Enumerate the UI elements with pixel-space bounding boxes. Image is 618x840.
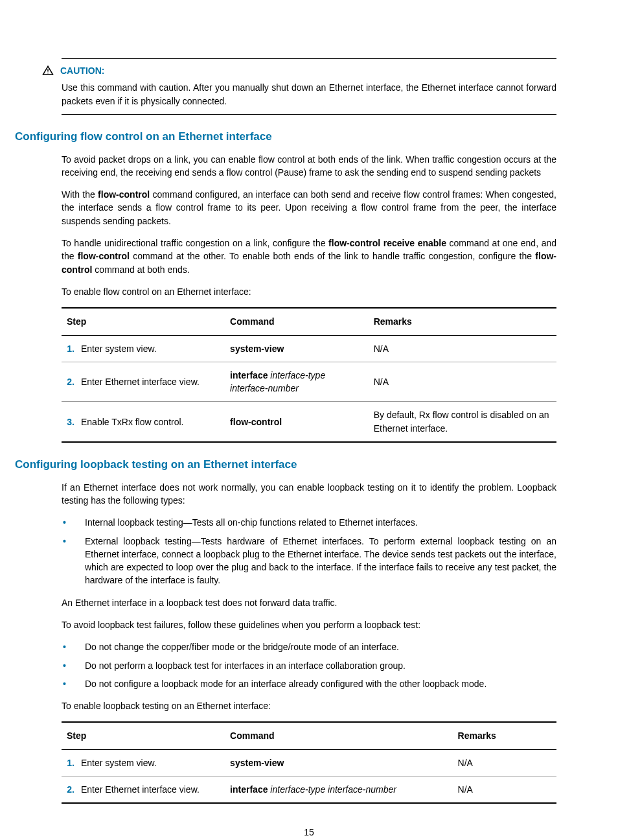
remarks-cell: By default, Rx flow control is disabled … — [369, 402, 556, 442]
table-row: 1.Enter system view. system-view N/A — [62, 749, 556, 776]
list-item: Do not change the copper/fiber mode or t… — [62, 640, 556, 653]
text-fragment: command at the other. To enable both end… — [130, 251, 535, 261]
col-remarks: Remarks — [369, 308, 556, 335]
step-cell: 1.Enter system view. — [62, 749, 225, 776]
table-row: 2.Enter Ethernet interface view. interfa… — [62, 362, 556, 402]
table-row: 2.Enter Ethernet interface view. interfa… — [62, 776, 556, 804]
guidelines-list: Do not change the copper/fiber mode or t… — [62, 640, 556, 690]
body-text: To avoid loopback test failures, follow … — [62, 618, 556, 631]
table-row: 3.Enable TxRx flow control. flow-control… — [62, 402, 556, 442]
table-row: 1.Enter system view. system-view N/A — [62, 335, 556, 362]
text-fragment: To handle unidirectional traffic congest… — [62, 238, 328, 248]
section-heading-flow-control: Configuring flow control on an Ethernet … — [15, 129, 556, 145]
text-fragment: With the — [62, 189, 98, 200]
table-header-row: Step Command Remarks — [62, 308, 556, 335]
caution-label: CAUTION: — [60, 64, 104, 77]
body-text: To avoid packet drops on a link, you can… — [62, 153, 556, 180]
list-item: Do not configure a loopback mode for an … — [62, 677, 556, 690]
text-fragment: —Tests all on-chip functions related to … — [183, 517, 418, 528]
step-text: Enter system view. — [81, 758, 157, 768]
remarks-cell: N/A — [453, 749, 556, 776]
command-cell: flow-control — [225, 402, 369, 442]
command-cell: system-view — [225, 749, 452, 776]
body-text: To handle unidirectional traffic congest… — [62, 237, 556, 276]
step-number: 2. — [67, 375, 81, 388]
col-step: Step — [62, 308, 225, 335]
warning-triangle-icon — [42, 65, 54, 76]
step-text: Enter Ethernet interface view. — [81, 377, 200, 387]
loopback-table: Step Command Remarks 1.Enter system view… — [62, 721, 556, 804]
col-remarks: Remarks — [453, 722, 556, 749]
command-cell: interface interface-type interface-numbe… — [225, 776, 452, 804]
step-cell: 1.Enter system view. — [62, 335, 225, 362]
command-bold: system-view — [230, 758, 284, 768]
text-bold: flow-control receive enable — [328, 238, 446, 248]
body-text: To enable flow control on an Ethernet in… — [62, 285, 556, 298]
text-bold: External loopback testing — [85, 536, 192, 546]
command-bold: interface — [230, 370, 268, 380]
section-heading-loopback: Configuring loopback testing on an Ether… — [15, 457, 556, 473]
step-cell: 2.Enter Ethernet interface view. — [62, 776, 225, 804]
table-header-row: Step Command Remarks — [62, 722, 556, 749]
text-bold: flow-control — [78, 251, 130, 261]
remarks-cell: N/A — [369, 335, 556, 362]
body-text: An Ethernet interface in a loopback test… — [62, 596, 556, 609]
command-italic: interface-type interface-number — [268, 784, 396, 795]
text-bold: Internal loopback testing — [85, 517, 183, 528]
step-cell: 2.Enter Ethernet interface view. — [62, 362, 225, 402]
list-item: External loopback testing—Tests hardware… — [62, 535, 556, 587]
command-cell: system-view — [225, 335, 369, 362]
step-cell: 3.Enable TxRx flow control. — [62, 402, 225, 442]
step-text: Enable TxRx flow control. — [81, 417, 183, 427]
step-number: 1. — [67, 756, 81, 769]
command-bold: flow-control — [230, 417, 282, 427]
text-bold: flow-control — [98, 189, 150, 200]
body-text: To enable loopback testing on an Etherne… — [62, 699, 556, 712]
col-step: Step — [62, 722, 225, 749]
svg-point-1 — [47, 73, 49, 74]
caution-header: CAUTION: — [42, 64, 556, 77]
step-text: Enter system view. — [81, 344, 157, 354]
step-number: 2. — [67, 783, 81, 796]
command-bold: system-view — [230, 344, 284, 354]
body-text: If an Ethernet interface does not work n… — [62, 481, 556, 508]
step-text: Enter Ethernet interface view. — [81, 784, 200, 795]
step-number: 1. — [67, 342, 81, 355]
caution-box: CAUTION: Use this command with caution. … — [62, 58, 556, 115]
command-bold: interface — [230, 784, 268, 795]
command-cell: interface interface-type interface-numbe… — [225, 362, 369, 402]
col-command: Command — [225, 308, 369, 335]
step-number: 3. — [67, 415, 81, 428]
text-fragment: command at both ends. — [92, 264, 189, 275]
flow-control-table: Step Command Remarks 1.Enter system view… — [62, 307, 556, 443]
caution-text: Use this command with caution. After you… — [62, 81, 556, 108]
loopback-types-list: Internal loopback testing—Tests all on-c… — [62, 516, 556, 587]
list-item: Do not perform a loopback test for inter… — [62, 659, 556, 672]
col-command: Command — [225, 722, 452, 749]
remarks-cell: N/A — [453, 776, 556, 804]
list-item: Internal loopback testing—Tests all on-c… — [62, 516, 556, 529]
remarks-cell: N/A — [369, 362, 556, 402]
body-text: With the flow-control command configured… — [62, 188, 556, 228]
page-number: 15 — [62, 826, 556, 839]
